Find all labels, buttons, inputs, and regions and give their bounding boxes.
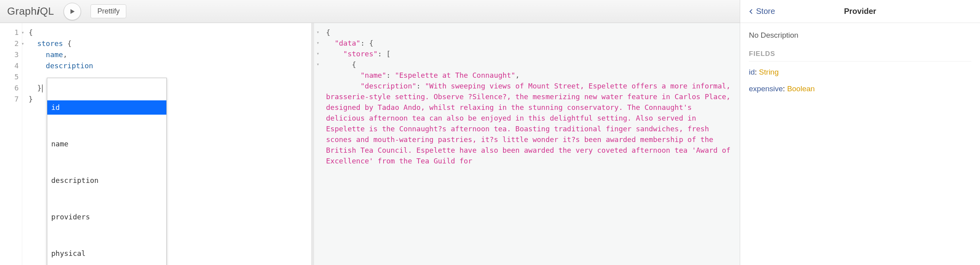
docs-field-id[interactable]: id: String [749, 64, 971, 81]
autocomplete-option-name[interactable]: name [47, 137, 166, 151]
json-string: "With sweeping views of Mount Street, Es… [326, 82, 735, 165]
json-brace: { [326, 28, 330, 36]
code-field: stores [37, 39, 63, 48]
line-number: 3 [0, 49, 19, 60]
query-editor-pane: 1 2 3 4 5 6 7 { stores { name, descripti… [0, 23, 312, 265]
line-gutter: 1 2 3 4 5 6 7 [0, 23, 22, 265]
docs-back-button[interactable]: Store [748, 7, 775, 16]
play-icon [69, 8, 76, 15]
logo-text-i: i [37, 5, 40, 17]
line-number: 4 [0, 60, 19, 71]
code-brace: { [29, 28, 33, 36]
logo-text-suffix: QL [40, 5, 54, 17]
docs-field-name: expensive [749, 84, 783, 93]
docs-pane: Store Provider No Description FIELDS id:… [740, 0, 980, 265]
logo-text-prefix: Graph [7, 5, 37, 17]
chevron-left-icon [748, 8, 754, 15]
line-number: 1 [0, 27, 19, 38]
code-field: description [46, 61, 93, 70]
docs-header: Store Provider [740, 0, 980, 23]
autocomplete-option-description[interactable]: description [47, 173, 166, 188]
docs-body: No Description FIELDS id: String expensi… [740, 23, 980, 105]
json-key: "description" [361, 82, 417, 90]
json-key: "stores" [343, 50, 378, 58]
result-fold-gutter: ▾▾▾▾ [316, 27, 319, 70]
docs-title: Provider [740, 7, 980, 16]
code-field: name [46, 50, 63, 59]
result-json[interactable]: { "data": { "stores": [ { "name": "Espel… [326, 27, 733, 166]
autocomplete-option-providers[interactable]: providers [47, 210, 166, 224]
autocomplete-option-physical[interactable]: physical [47, 246, 166, 261]
docs-field-type: String [759, 68, 779, 76]
main-area: 1 2 3 4 5 6 7 { stores { name, descripti… [0, 23, 980, 265]
line-number: 6 [0, 83, 19, 94]
json-key: "name" [361, 71, 386, 79]
line-number: 2 [0, 38, 19, 49]
docs-field-expensive[interactable]: expensive: Boolean [749, 81, 971, 97]
result-pane: ▾▾▾▾ { "data": { "stores": [ { "name": "… [312, 23, 740, 265]
query-editor[interactable]: { stores { name, description } } id name… [22, 23, 311, 265]
line-number: 7 [0, 94, 19, 105]
code-brace: { [63, 39, 72, 48]
code-brace: } [29, 95, 33, 103]
execute-button[interactable] [64, 3, 81, 20]
app-logo: GraphiQL [7, 5, 54, 17]
docs-field-type: Boolean [787, 84, 815, 93]
code-punct: , [63, 50, 68, 59]
autocomplete-option-id[interactable]: id [47, 100, 166, 115]
json-string: "Espelette at The Connaught" [395, 71, 515, 79]
docs-description: No Description [749, 31, 971, 40]
docs-back-label: Store [756, 7, 775, 16]
docs-field-name: id [749, 68, 755, 76]
docs-section-label: FIELDS [749, 50, 971, 61]
code-brace: } [37, 84, 42, 92]
cursor [42, 84, 42, 92]
prettify-button[interactable]: Prettify [91, 4, 126, 18]
line-number: 5 [0, 71, 19, 83]
autocomplete-popup: id name description providers physical l… [47, 78, 167, 265]
json-key: "data" [335, 39, 361, 47]
